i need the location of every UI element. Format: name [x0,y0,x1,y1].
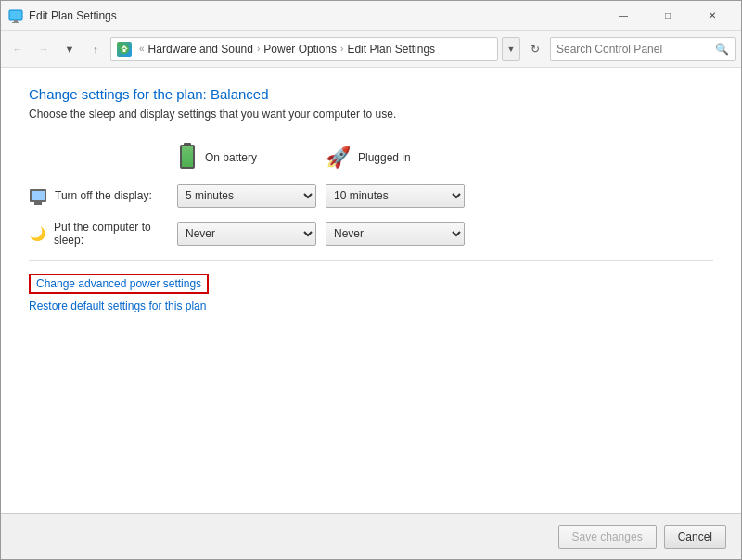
title-bar: Edit Plan Settings — □ ✕ [1,1,741,31]
settings-header-row: On battery 🚀 Plugged in [29,143,713,172]
on-battery-header: On battery [177,143,326,172]
search-icon[interactable]: 🔍 [715,43,729,56]
search-box: 🔍 [550,37,736,61]
svg-rect-4 [123,49,126,52]
display-row: Turn off the display: 5 minutes 1 minute… [29,184,713,208]
back-button[interactable]: ← [6,38,29,60]
footer: Save changes Cancel [1,513,741,559]
sleep-on-battery-select[interactable]: Never 1 minute 2 minutes 3 minutes 5 min… [177,222,316,246]
cancel-button[interactable]: Cancel [664,525,726,549]
address-bar: ← → ▼ ↑ « Hardware and Sound › Power Opt… [1,31,741,68]
save-button[interactable]: Save changes [558,525,657,549]
forward-button[interactable]: → [32,38,55,60]
breadcrumb-hardware[interactable]: Hardware and Sound [148,43,253,56]
plugged-in-header: 🚀 Plugged in [326,146,474,170]
battery-icon [177,143,198,172]
display-label: Turn off the display: [29,186,177,205]
refresh-button[interactable]: ↻ [524,38,546,60]
content-inner: Change settings for the plan: Balanced C… [1,68,741,331]
plan-subtitle: Choose the sleep and display settings th… [29,108,713,121]
svg-rect-0 [9,10,22,20]
address-path: « Hardware and Sound › Power Options › E… [110,37,498,61]
display-icon [29,186,47,205]
on-battery-label: On battery [205,151,257,164]
path-icon [117,42,132,57]
display-label-text: Turn off the display: [55,189,152,202]
breadcrumb-sep-2: › [340,44,343,54]
minimize-button[interactable]: — [602,1,645,31]
svg-rect-2 [12,22,19,23]
search-input[interactable] [556,43,715,56]
sleep-plugged-in-select[interactable]: Never 1 minute 2 minutes 3 minutes 5 min… [326,222,465,246]
advanced-power-link[interactable]: Change advanced power settings [29,274,209,294]
window-icon [8,8,23,23]
links-section: Change advanced power settings Restore d… [29,260,713,312]
close-button[interactable]: ✕ [691,1,734,31]
plugged-in-label: Plugged in [358,151,411,164]
breadcrumb-sep-1: › [257,44,260,54]
restore-defaults-link[interactable]: Restore default settings for this plan [29,299,713,312]
up-button[interactable]: ↑ [84,38,107,60]
maximize-button[interactable]: □ [646,1,689,31]
display-on-battery-select[interactable]: 5 minutes 1 minute 2 minutes 3 minutes 1… [177,184,316,208]
breadcrumb-sep-start: « [139,44,145,54]
title-controls: — □ ✕ [602,1,734,31]
sleep-label-text: Put the computer to sleep: [54,221,177,247]
breadcrumb-power-options[interactable]: Power Options [263,43,337,56]
breadcrumb-edit-plan[interactable]: Edit Plan Settings [347,43,435,56]
address-dropdown-button[interactable]: ▼ [502,37,520,61]
sleep-label: 🌙 Put the computer to sleep: [29,221,177,247]
plugged-icon: 🚀 [326,146,351,170]
main-window: Edit Plan Settings — □ ✕ ← → ▼ ↑ « Hardw… [0,0,742,560]
svg-rect-1 [14,20,18,22]
recent-button[interactable]: ▼ [58,38,81,60]
content-area: Change settings for the plan: Balanced C… [1,68,741,513]
sleep-row: 🌙 Put the computer to sleep: Never 1 min… [29,221,713,247]
window-title: Edit Plan Settings [29,9,602,22]
display-plugged-in-select[interactable]: 10 minutes 1 minute 2 minutes 3 minutes … [326,184,465,208]
sleep-icon: 🌙 [29,224,46,243]
plan-title: Change settings for the plan: Balanced [29,86,713,102]
